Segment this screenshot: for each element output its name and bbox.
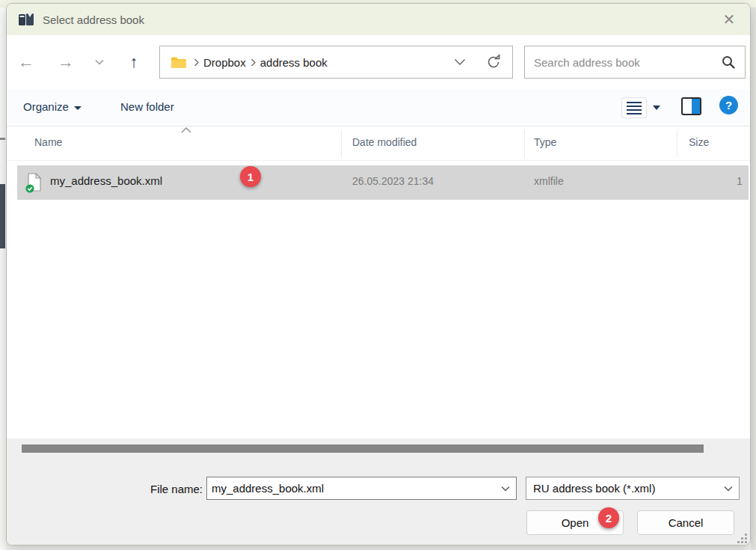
file-name-cell: my_address_book.xml (50, 174, 162, 187)
folder-icon (170, 56, 186, 69)
column-header-date-modified[interactable]: Date modified (352, 136, 417, 148)
preview-pane-button[interactable] (681, 97, 701, 115)
list-view-icon (627, 102, 642, 103)
sync-ok-check-icon (25, 184, 34, 192)
magnifier-icon[interactable] (721, 55, 736, 70)
title-bar: Select address book ✕ (7, 4, 750, 35)
chevron-down-icon (454, 58, 466, 66)
chevron-right-icon (194, 58, 199, 67)
cancel-button[interactable]: Cancel (637, 510, 734, 535)
dialog-footer: File name: RU address book (*.xml) Open … (7, 439, 750, 546)
refresh-icon (485, 54, 502, 70)
organize-label: Organize (23, 100, 69, 113)
breadcrumb-item-address-book[interactable]: address book (256, 56, 332, 69)
file-name-combobox (206, 477, 517, 500)
background-app-left-sliver (0, 7, 6, 550)
file-type-value: RU address book (*.xml) (533, 482, 655, 495)
chevron-down-icon[interactable] (501, 486, 510, 492)
background-app-left-mark (0, 138, 5, 140)
list-view-icon (627, 113, 642, 114)
list-view-icon (627, 106, 642, 107)
file-type-select[interactable]: RU address book (*.xml) (526, 477, 740, 500)
navigation-toolbar: ← → ↑ Dropbox address book (7, 35, 750, 89)
sort-ascending-icon (181, 127, 191, 133)
annotation-badge-1: 1 (240, 166, 261, 187)
file-row-selected[interactable]: my_address_book.xml 26.05.2023 21:34 xml… (17, 165, 749, 200)
column-separator[interactable] (524, 129, 525, 158)
address-bar[interactable]: Dropbox address book (159, 46, 513, 79)
preview-pane-icon (692, 99, 701, 114)
background-app-right-sliver (751, 7, 756, 550)
command-bar: Organize New folder ? (7, 89, 750, 126)
file-icon (25, 173, 43, 193)
forward-button[interactable]: → (52, 49, 79, 76)
dialog-title: Select address book (43, 13, 144, 26)
file-name-input[interactable] (212, 477, 488, 499)
column-header-type[interactable]: Type (534, 136, 556, 148)
chevron-down-icon (95, 59, 104, 65)
file-size-cell: 1 (737, 175, 743, 187)
organize-menu-button[interactable]: Organize (23, 100, 82, 113)
file-name-label: File name: (105, 483, 203, 495)
address-dropdown-button[interactable] (454, 55, 466, 69)
recent-locations-button[interactable] (86, 49, 113, 76)
column-separator[interactable] (677, 129, 677, 158)
column-separator[interactable] (341, 129, 342, 158)
search-box (524, 46, 746, 79)
close-button[interactable]: ✕ (717, 8, 741, 31)
dropdown-arrow-icon (74, 106, 82, 110)
file-list[interactable]: my_address_book.xml 26.05.2023 21:34 xml… (7, 161, 750, 439)
help-button[interactable]: ? (719, 96, 738, 114)
annotation-badge-2: 2 (598, 507, 619, 528)
breadcrumb-item-dropbox[interactable]: Dropbox (199, 56, 251, 69)
chevron-right-icon (251, 58, 256, 67)
column-header-size[interactable]: Size (689, 136, 709, 148)
view-dropdown-arrow-icon[interactable] (653, 106, 660, 110)
refresh-button[interactable] (485, 54, 502, 73)
file-date-cell: 26.05.2023 21:34 (352, 175, 434, 187)
column-header-name[interactable]: Name (34, 136, 62, 148)
resize-grip[interactable] (737, 533, 747, 543)
chevron-down-icon (724, 486, 733, 492)
change-view-button[interactable] (621, 97, 647, 118)
background-app-left-mark (0, 184, 5, 248)
list-view-icon (627, 109, 642, 111)
horizontal-scrollbar[interactable] (22, 444, 704, 453)
select-address-book-dialog: Select address book ✕ ← → ↑ Dropbox addr… (6, 3, 751, 546)
back-button[interactable]: ← (13, 49, 40, 76)
up-button[interactable]: ↑ (120, 49, 147, 76)
new-folder-button[interactable]: New folder (120, 100, 174, 113)
search-input[interactable] (534, 46, 706, 78)
column-header-row: Name Date modified Type Size (7, 126, 750, 161)
file-type-cell: xmlfile (534, 175, 564, 187)
address-books-icon (17, 10, 35, 28)
